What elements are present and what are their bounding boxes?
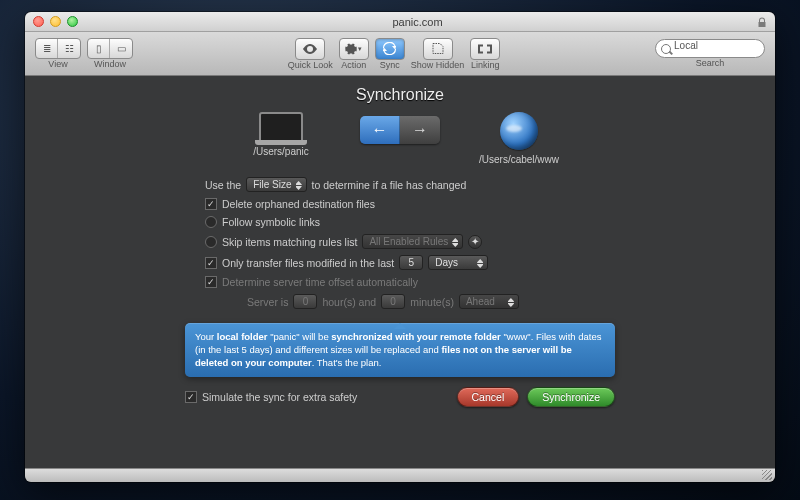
local-target: /Users/panic (226, 112, 336, 157)
hours-input[interactable]: 0 (293, 294, 317, 309)
close-button[interactable] (33, 16, 44, 27)
follow-symlinks-radio[interactable] (205, 216, 217, 228)
traffic-lights (33, 16, 78, 27)
page-title: Synchronize (25, 76, 775, 112)
sync-button[interactable] (375, 38, 405, 60)
toolbar: ≣ ☷ View ▯ ▭ Window Quick Look ▾ Action (25, 32, 775, 76)
hours-label: hour(s) and (322, 296, 376, 308)
direction-toggle[interactable]: ← → (360, 116, 440, 144)
lock-icon (757, 17, 767, 27)
view-list-button[interactable]: ≣ (36, 39, 58, 58)
delete-orphaned-label: Delete orphaned destination files (222, 198, 375, 210)
view-label: View (48, 59, 67, 69)
linking-button[interactable] (470, 38, 500, 60)
window-group: ▯ ▭ Window (87, 38, 133, 69)
gear-icon (345, 43, 357, 55)
skip-rules-row[interactable]: Skip items matching rules list All Enabl… (205, 234, 595, 249)
server-is-label: Server is (247, 296, 288, 308)
linking-group: Linking (470, 38, 500, 70)
follow-symlinks-row[interactable]: Follow symbolic links (205, 216, 595, 228)
arrow-left-icon[interactable]: ← (360, 116, 400, 144)
showhidden-group: Show Hidden (411, 38, 465, 70)
showhidden-button[interactable] (423, 38, 453, 60)
only-transfer-unit-select[interactable]: Days (428, 255, 488, 270)
showhidden-label: Show Hidden (411, 60, 465, 70)
determine-offset-label: Determine server time offset automatical… (222, 276, 418, 288)
sync-label: Sync (380, 60, 400, 70)
use-the-label: Use the (205, 179, 241, 191)
window-single-button[interactable]: ▯ (88, 39, 110, 58)
cancel-button[interactable]: Cancel (457, 387, 520, 407)
sync-group: Sync (375, 38, 405, 70)
quicklook-button[interactable] (295, 38, 325, 60)
app-window: panic.com ≣ ☷ View ▯ ▭ Window Quick Look (25, 12, 775, 482)
rules-add-button[interactable]: ✦ (468, 235, 482, 249)
action-group: ▾ Action (339, 38, 369, 70)
remote-path: /Users/cabel/www (479, 154, 559, 165)
quicklook-group: Quick Look (288, 38, 333, 70)
view-group: ≣ ☷ View (35, 38, 81, 69)
resize-handle[interactable] (762, 470, 772, 480)
minutes-label: minute(s) (410, 296, 454, 308)
local-path: /Users/panic (253, 146, 309, 157)
footer-row: Simulate the sync for extra safety Cance… (185, 387, 615, 407)
determine-offset-checkbox[interactable] (205, 276, 217, 288)
window-label: Window (94, 59, 126, 69)
server-offset-row: Server is 0 hour(s) and 0 minute(s) Ahea… (205, 294, 595, 309)
delete-orphaned-row[interactable]: Delete orphaned destination files (205, 198, 595, 210)
link-icon (478, 44, 492, 54)
only-transfer-label: Only transfer files modified in the last (222, 257, 394, 269)
minutes-input[interactable]: 0 (381, 294, 405, 309)
minimize-button[interactable] (50, 16, 61, 27)
simulate-checkbox[interactable] (185, 391, 197, 403)
sync-options: Use the File Size to determine if a file… (205, 177, 595, 309)
quicklook-label: Quick Look (288, 60, 333, 70)
determine-suffix: to determine if a file has changed (312, 179, 467, 191)
sync-summary: Your local folder "panic" will be synchr… (185, 323, 615, 377)
determine-select[interactable]: File Size (246, 177, 306, 192)
eye-icon (303, 44, 317, 54)
only-transfer-row[interactable]: Only transfer files modified in the last… (205, 255, 595, 270)
window-dual-button[interactable]: ▭ (110, 39, 132, 58)
sync-icon (383, 42, 396, 55)
status-bar (25, 468, 775, 482)
rules-select[interactable]: All Enabled Rules (362, 234, 463, 249)
content-pane: Synchronize /Users/panic ← → /Users/cabe… (25, 76, 775, 468)
laptop-icon (259, 112, 303, 142)
globe-icon (500, 112, 538, 150)
search-group: Local Search (655, 39, 765, 68)
arrow-right-icon[interactable]: → (400, 116, 440, 144)
action-button[interactable]: ▾ (339, 38, 369, 60)
delete-orphaned-checkbox[interactable] (205, 198, 217, 210)
only-transfer-number[interactable]: 5 (399, 255, 423, 270)
skip-rules-radio[interactable] (205, 236, 217, 248)
search-input[interactable]: Local (655, 39, 765, 58)
action-label: Action (341, 60, 366, 70)
follow-symlinks-label: Follow symbolic links (222, 216, 320, 228)
determine-row: Use the File Size to determine if a file… (205, 177, 595, 192)
hidden-file-icon (432, 43, 444, 54)
sync-targets: /Users/panic ← → /Users/cabel/www (25, 112, 775, 165)
offset-direction-select[interactable]: Ahead (459, 294, 519, 309)
titlebar: panic.com (25, 12, 775, 32)
simulate-row[interactable]: Simulate the sync for extra safety (185, 391, 357, 403)
linking-label: Linking (471, 60, 500, 70)
window-title: panic.com (78, 16, 757, 28)
synchronize-button[interactable]: Synchronize (527, 387, 615, 407)
remote-target: /Users/cabel/www (464, 112, 574, 165)
only-transfer-checkbox[interactable] (205, 257, 217, 269)
search-label: Search (696, 58, 725, 68)
simulate-label: Simulate the sync for extra safety (202, 391, 357, 403)
zoom-button[interactable] (67, 16, 78, 27)
skip-rules-label: Skip items matching rules list (222, 236, 357, 248)
determine-offset-row[interactable]: Determine server time offset automatical… (205, 276, 595, 288)
view-column-button[interactable]: ☷ (58, 39, 80, 58)
